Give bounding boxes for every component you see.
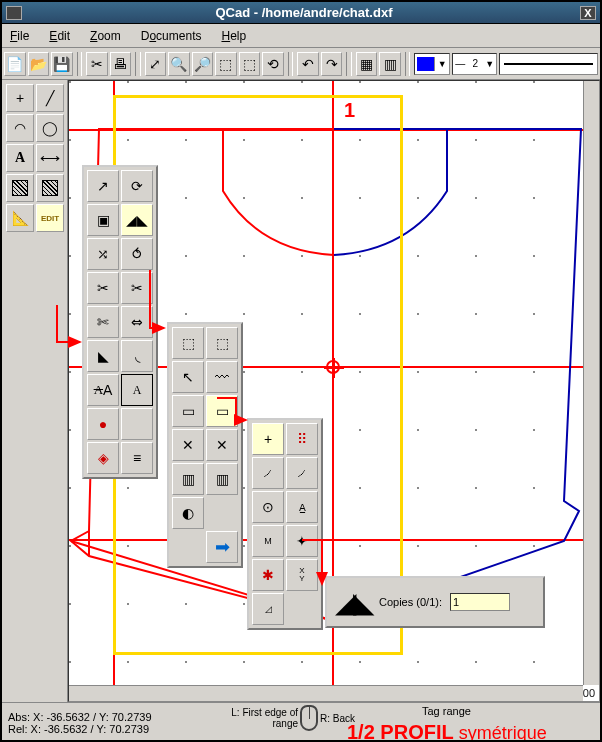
mirror-dialog: ◢◣ Copies (0/1): <box>325 576 545 628</box>
save-button[interactable]: 💾 <box>51 52 73 76</box>
layers-button[interactable]: ▥ <box>379 52 401 76</box>
tool-text-box[interactable]: A <box>121 374 153 406</box>
close-button[interactable]: X <box>580 6 596 20</box>
snap-mid[interactable]: A̲ <box>286 491 318 523</box>
sel-window[interactable]: ▭ <box>172 395 204 427</box>
linetype-select[interactable] <box>499 53 598 75</box>
tool-edit[interactable]: EDIT <box>36 204 64 232</box>
popup-select-tools: ⬚ ⬚ ↖ 〰 ▭ ▭ ✕ ✕ ▥ ▥ ◐ ➡ <box>167 322 243 568</box>
sel-intersect2[interactable]: ✕ <box>206 429 238 461</box>
snap-end[interactable]: ⟋ <box>252 457 284 489</box>
popup-snap-tools: + ⠿ ⟋ ⟋ ⊙ A̲ M ✦ ✱ X Y ◿ <box>247 418 323 630</box>
zoom-out-button[interactable]: 🔎 <box>192 52 214 76</box>
tool-mirror[interactable]: ◢◣ <box>121 204 153 236</box>
redo-button[interactable]: ↷ <box>321 52 343 76</box>
tool-move[interactable]: ↗ <box>87 170 119 202</box>
left-hint: L: First edge of range <box>212 707 298 729</box>
tool-blank1[interactable] <box>121 408 153 440</box>
menu-help[interactable]: Help <box>221 29 246 43</box>
tool-delete[interactable]: ● <box>87 408 119 440</box>
tool-bevel[interactable]: ◣ <box>87 340 119 372</box>
dropdown-arrow-icon: ▼ <box>435 59 449 69</box>
rel-coords: Rel: X: -36.5632 / Y: 70.2739 <box>8 723 188 735</box>
tag-hint: Tag range <box>422 705 471 717</box>
sel-single[interactable]: ↖ <box>172 361 204 393</box>
tool-dimension[interactable]: ⟷ <box>36 144 64 172</box>
menubar: File Edit Zoom Documents Help <box>2 24 600 48</box>
tool-rot2[interactable]: ⥀ <box>121 238 153 270</box>
sel-continue[interactable]: ➡ <box>206 531 238 563</box>
line-sample <box>504 63 593 65</box>
titlebar: QCad - /home/andre/chat.dxf X <box>2 2 600 24</box>
tool-measure[interactable]: 📐 <box>6 204 34 232</box>
marker-1: 1 <box>344 99 355 122</box>
snap-int[interactable]: ✱ <box>252 559 284 591</box>
zoom-in-button[interactable]: 🔍 <box>168 52 190 76</box>
snap-free[interactable]: + <box>252 423 284 455</box>
menu-edit[interactable]: Edit <box>49 29 70 43</box>
sel-layer2[interactable]: ▥ <box>206 463 238 495</box>
tool-line[interactable]: ╱ <box>36 84 64 112</box>
tool-text[interactable]: A <box>6 144 34 172</box>
tool-circle[interactable]: ◯ <box>36 114 64 142</box>
menu-documents[interactable]: Documents <box>141 29 202 43</box>
window-title: QCad - /home/andre/chat.dxf <box>28 5 580 20</box>
copies-label: Copies (0/1): <box>379 596 442 608</box>
snap-on[interactable]: ⟋ <box>286 457 318 489</box>
tool-arc[interactable]: ◠ <box>6 114 34 142</box>
new-file-button[interactable]: 📄 <box>4 52 26 76</box>
tool-rotate[interactable]: ⟳ <box>121 170 153 202</box>
copies-input[interactable] <box>450 593 510 611</box>
snap-grid[interactable]: ⠿ <box>286 423 318 455</box>
annotation-text: 1/2 PROFIL symétrique <box>347 721 547 742</box>
grid-button[interactable]: ▦ <box>356 52 378 76</box>
toolbar-main: 📄 📂 💾 ✂ 🖶 ⤢ 🔍 🔎 ⬚ ⬚ ⟲ ↶ ↷ ▦ ▥ ▼ —2▼ <box>2 48 600 80</box>
tool-hatch[interactable] <box>6 174 34 202</box>
tool-props[interactable]: ≡ <box>121 442 153 474</box>
tool-trim[interactable]: ✂ <box>87 272 119 304</box>
snap-center[interactable]: ⊙ <box>252 491 284 523</box>
tool-layer[interactable]: ◈ <box>87 442 119 474</box>
tool-stretch[interactable]: ⇔ <box>121 306 153 338</box>
menu-zoom[interactable]: Zoom <box>90 29 121 43</box>
statusbar: Abs: X: -36.5632 / Y: 70.2739 Rel: X: -3… <box>2 702 600 742</box>
tool-scale[interactable]: ▣ <box>87 204 119 236</box>
sel-layer[interactable]: ▥ <box>172 463 204 495</box>
sel-invert[interactable]: ◐ <box>172 497 204 529</box>
tool-hatch2[interactable] <box>36 174 64 202</box>
open-file-button[interactable]: 📂 <box>28 52 50 76</box>
snap-angle[interactable]: ◿ <box>252 593 284 625</box>
snap-xy[interactable]: X Y <box>286 559 318 591</box>
crosshair-icon <box>326 360 340 374</box>
tool-text-a[interactable]: AA <box>87 374 119 406</box>
menu-file[interactable]: File <box>10 29 29 43</box>
zoom-pan-button[interactable]: ⬚ <box>239 52 261 76</box>
tool-point[interactable]: + <box>6 84 34 112</box>
cut-button[interactable]: ✂ <box>86 52 108 76</box>
sysmenu-icon[interactable] <box>6 6 22 20</box>
tool-moverot[interactable]: ⤮ <box>87 238 119 270</box>
scrollbar-vertical[interactable] <box>583 81 599 685</box>
print-button[interactable]: 🖶 <box>110 52 132 76</box>
snap-auto[interactable]: ✦ <box>286 525 318 557</box>
zoom-prev-button[interactable]: ⟲ <box>262 52 284 76</box>
sel-none[interactable]: ⬚ <box>206 327 238 359</box>
zoom-fit-button[interactable]: ⤢ <box>145 52 167 76</box>
tool-trim2[interactable]: ✂ <box>121 272 153 304</box>
linewidth-select[interactable]: —2▼ <box>452 53 497 75</box>
tool-cut[interactable]: ✄ <box>87 306 119 338</box>
sel-all[interactable]: ⬚ <box>172 327 204 359</box>
color-select[interactable]: ▼ <box>414 53 450 75</box>
mirror-icon: ◢◣ <box>335 586 371 619</box>
undo-button[interactable]: ↶ <box>297 52 319 76</box>
sel-window-in[interactable]: ▭ <box>206 395 238 427</box>
sel-contour[interactable]: 〰 <box>206 361 238 393</box>
scrollbar-horizontal[interactable] <box>69 685 583 701</box>
color-swatch <box>417 57 435 71</box>
snap-dist[interactable]: M <box>252 525 284 557</box>
zoom-window-button[interactable]: ⬚ <box>215 52 237 76</box>
sel-intersect[interactable]: ✕ <box>172 429 204 461</box>
workspace: + ╱ ◠ ◯ A ⟷ 📐 EDIT <box>2 80 600 702</box>
tool-round[interactable]: ◟ <box>121 340 153 372</box>
popup-edit-tools: ↗ ⟳ ▣ ◢◣ ⤮ ⥀ ✂ ✂ ✄ ⇔ ◣ ◟ AA A ● ◈ ≡ <box>82 165 158 479</box>
